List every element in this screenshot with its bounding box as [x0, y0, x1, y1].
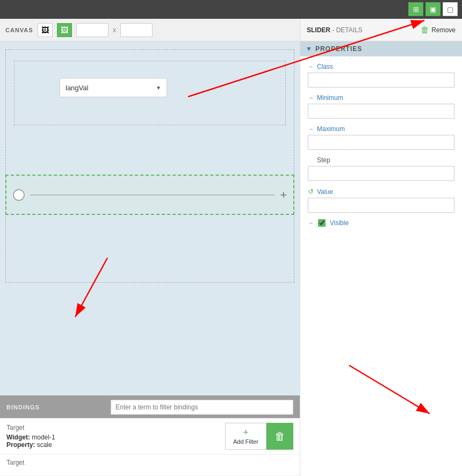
bindings-panel: BINDINGS — [0, 395, 300, 418]
section-chevron-icon: ▼ — [306, 45, 312, 53]
slider-thumb[interactable] — [13, 189, 25, 201]
slider-container: + — [5, 175, 294, 215]
class-arrow-icon: → — [308, 63, 314, 70]
minimum-field: → Minimum 1 — [308, 94, 454, 119]
minimum-input[interactable]: 1 — [308, 104, 454, 119]
bindings-filter-input[interactable] — [111, 400, 293, 415]
maximum-input[interactable]: 4 — [308, 135, 454, 150]
step-label: Step — [317, 156, 330, 164]
prop-title-sub: DETAILS — [336, 26, 363, 34]
add-filter-btn[interactable]: + Add Filter — [225, 423, 266, 450]
binding-target-label-2: Target — [6, 459, 293, 466]
class-label: Class — [317, 63, 333, 70]
canvas-outer-box: langVal ▼ — [5, 49, 294, 283]
width-input[interactable]: 713px — [76, 23, 109, 37]
visible-field: → Visible — [308, 219, 454, 227]
step-input[interactable]: .1 — [308, 166, 454, 181]
prop-title-sep: - — [332, 26, 336, 34]
window-layout-btn[interactable]: ▣ — [425, 2, 441, 16]
grid-layout-btn[interactable]: ⊞ — [408, 2, 423, 16]
property-label-1: Property: — [6, 441, 35, 449]
dropdown-arrow-icon: ▼ — [156, 85, 161, 91]
step-field: Step .1 — [308, 156, 454, 181]
value-input[interactable]: 1 — [308, 198, 454, 213]
image-active-btn[interactable]: 🖼 — [57, 23, 72, 37]
dim-separator: x — [113, 26, 117, 34]
properties-fields: → Class Text → Minimum 1 → — [300, 56, 462, 233]
canvas-toolbar: CANVAS 🖼 🖼 713px x 402px — [0, 19, 300, 41]
property-value-1: scale — [37, 441, 52, 449]
widget-label-1: Widget: — [6, 434, 30, 441]
section-title: PROPERTIES — [315, 45, 362, 53]
binding-row-2: Target — [0, 455, 300, 476]
top-bar: ⊞ ▣ ▢ — [0, 0, 462, 19]
class-input[interactable]: Text — [308, 73, 454, 88]
value-label: Value — [317, 188, 333, 196]
bindings-label: BINDINGS — [6, 404, 40, 410]
minimum-arrow-icon: → — [308, 95, 314, 101]
add-filter-label: Add Filter — [233, 438, 258, 445]
visible-checkbox[interactable] — [318, 219, 326, 227]
image-icon-btn[interactable]: 🖼 — [38, 23, 53, 37]
canvas-area: langVal ▼ + — [0, 41, 300, 395]
maximum-field: → Maximum 4 — [308, 125, 454, 150]
remove-icon: 🗑 — [421, 25, 429, 35]
delete-binding-btn[interactable]: 🗑 — [266, 423, 293, 450]
maximum-label: Maximum — [317, 125, 345, 133]
add-filter-plus-icon: + — [243, 428, 249, 437]
value-field: ↺ Value 1 — [308, 187, 454, 213]
trash-icon: 🗑 — [275, 430, 285, 443]
binding-row-1: Target Widget: model-1 Property: scale + — [0, 419, 300, 455]
prop-title-main: SLIDER — [307, 26, 330, 34]
value-sync-icon: ↺ — [308, 187, 314, 196]
prop-title: SLIDER - DETAILS — [307, 26, 363, 34]
dropdown-mock[interactable]: langVal ▼ — [60, 78, 167, 97]
visible-arrow-icon: → — [308, 220, 314, 226]
minimum-label: Minimum — [317, 94, 343, 102]
binding-detail-1: Widget: model-1 Property: scale — [6, 434, 225, 449]
canvas-label: CANVAS — [5, 27, 33, 33]
single-layout-btn[interactable]: ▢ — [443, 2, 458, 16]
remove-label: Remove — [431, 26, 456, 34]
remove-btn[interactable]: 🗑 Remove — [421, 25, 456, 35]
bindings-table: Target Widget: model-1 Property: scale + — [0, 418, 300, 476]
visible-label: Visible — [330, 219, 349, 227]
dropdown-value: langVal — [66, 84, 88, 92]
slider-track[interactable] — [30, 194, 275, 196]
maximum-arrow-icon: → — [308, 126, 314, 132]
class-field: → Class Text — [308, 63, 454, 88]
properties-panel: SLIDER - DETAILS 🗑 Remove ▼ PROPERTIES — [300, 19, 462, 476]
binding-target-label-1: Target — [6, 424, 225, 431]
height-input[interactable]: 402px — [120, 23, 153, 37]
slider-plus-icon[interactable]: + — [280, 188, 287, 202]
properties-section-header: ▼ PROPERTIES — [300, 41, 462, 56]
widget-value-1: model-1 — [32, 434, 55, 441]
prop-panel-header: SLIDER - DETAILS 🗑 Remove — [300, 19, 462, 41]
